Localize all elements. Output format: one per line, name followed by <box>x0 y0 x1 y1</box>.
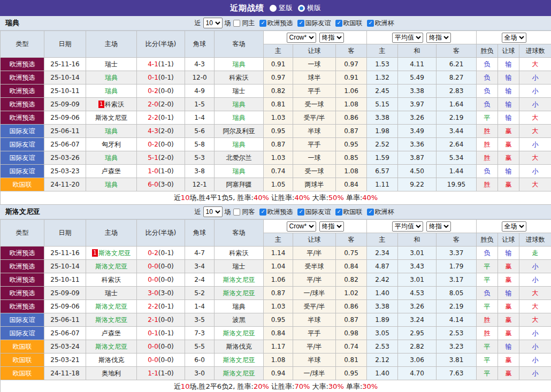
filterbar-slovenia: 斯洛文尼亚 近 10 场 同客 欧洲预选 国际友谊 欧国联 欧洲杯 <box>0 205 551 219</box>
score-cell: 4-1(1-1) <box>137 58 185 71</box>
match-row: 欧洲预选25-11-161斯洛文尼亚0-2(0-1)4-7科索沃1.14平/半0… <box>1 247 551 260</box>
comp-filter-friendly[interactable]: 国际友谊 <box>297 207 331 217</box>
comp-filter-euro-cup[interactable]: 欧洲杯 <box>367 207 394 217</box>
score-cell: 1-0(1-0) <box>137 165 185 178</box>
corner-cell: 4-7 <box>185 247 215 260</box>
average-odds-cell: 1.59 <box>367 151 398 165</box>
comp-filter-euro-cup[interactable]: 欧洲杯 <box>367 19 394 28</box>
checkbox-checked-icon[interactable] <box>297 209 304 216</box>
home-team-cell: 瑞典 <box>86 84 137 98</box>
handicap-odds-cell: 1.03 <box>264 111 293 125</box>
match-row: 欧洲预选25-09-09瑞士3-0(3-0)5-2斯洛文尼亚0.87一/球半1.… <box>1 287 551 300</box>
match-count-select[interactable]: 10 <box>203 206 223 217</box>
match-row: 欧国联24-11-18奥地利1-1(1-0)3-0斯洛文尼亚0.94一/球半0.… <box>1 367 551 380</box>
scope-select[interactable]: 全场 <box>502 221 526 232</box>
match-count-select[interactable]: 10 <box>203 18 223 28</box>
average-select[interactable]: 平均值 <box>392 33 423 43</box>
match-date-cell: 25-06-07 <box>44 327 86 340</box>
result-cell: 小 <box>519 273 551 287</box>
odds-company-select[interactable]: Crow* <box>287 221 316 232</box>
handicap-odds-cell: 0.91 <box>264 58 293 71</box>
final-odds-select[interactable]: 终指 <box>319 33 344 43</box>
match-row: 欧洲预选25-10-11瑞典0-2(0-0)4-9瑞士0.82平手1.062.4… <box>1 84 551 98</box>
result-cell: 负 <box>477 98 498 111</box>
checkbox-checked-icon[interactable] <box>259 20 266 27</box>
match-row: 欧洲预选25-10-14瑞典0-1(0-1)12-0科索沃0.97球半0.911… <box>1 71 551 84</box>
final-average-select[interactable]: 终指 <box>426 33 451 43</box>
competition-type-cell: 欧洲预选 <box>1 287 44 300</box>
result-cell: 负 <box>477 84 498 98</box>
average-odds-cell: 2.82 <box>398 340 437 353</box>
average-odds-cell: 3.43 <box>398 260 437 273</box>
match-row: 欧国联24-11-20瑞典6-0(3-0)12-1阿塞拜疆1.05两球半0.84… <box>1 178 551 191</box>
result-cell: 小 <box>519 367 551 380</box>
games-label: 场 <box>225 207 231 217</box>
result-cell: 大 <box>519 151 551 165</box>
average-odds-cell: 4.53 <box>398 287 437 300</box>
final-average-select[interactable]: 终指 <box>426 221 451 232</box>
average-odds-cell: 3.23 <box>437 340 477 353</box>
home-team-cell: 斯洛文尼亚 <box>86 111 137 125</box>
average-odds-cell: 3.97 <box>398 98 437 111</box>
competition-type-cell: 欧国联 <box>1 367 44 380</box>
average-odds-cell: 8.27 <box>437 71 477 84</box>
result-cell: 平 <box>477 340 498 353</box>
checkbox-checked-icon[interactable] <box>335 209 342 216</box>
result-cell: 输 <box>498 84 519 98</box>
checkbox-checked-icon[interactable] <box>297 20 304 27</box>
radio-horizontal[interactable]: 横版 <box>298 3 321 13</box>
match-date-cell: 25-10-14 <box>44 71 86 84</box>
comp-filter-friendly[interactable]: 国际友谊 <box>297 19 331 28</box>
comp-filter-nations-league[interactable]: 欧国联 <box>335 207 363 217</box>
comp-filter-euro-qual[interactable]: 欧洲预选 <box>259 207 293 217</box>
col-header-avg-draw: 和 <box>398 44 437 58</box>
handicap-odds-cell: 半球 <box>293 125 336 138</box>
average-odds-cell: 5.15 <box>367 98 398 111</box>
final-odds-select[interactable]: 终指 <box>319 221 344 232</box>
average-odds-cell: 4.87 <box>367 260 398 273</box>
filter-controls: 近 10 场 同客 欧洲预选 国际友谊 欧国联 欧洲杯 <box>157 206 394 217</box>
result-cell: 赢 <box>498 260 519 273</box>
result-cell: 赢 <box>498 327 519 340</box>
corner-cell: 5-8 <box>185 138 215 151</box>
result-cell: 输 <box>498 111 519 125</box>
comp-filter-euro-qual[interactable]: 欧洲预选 <box>259 19 293 28</box>
match-date-cell: 25-09-06 <box>44 300 86 313</box>
rank-badge: 1 <box>92 249 98 257</box>
average-odds-cell: 5.34 <box>437 151 477 165</box>
home-team-cell: 科索沃 <box>86 273 137 287</box>
match-row: 欧国联25-03-24斯洛文尼亚0-0(0-0)5-5斯洛伐克1.17平/半0.… <box>1 340 551 353</box>
results-table-slovenia: 类型 日期 主场 比分(半场) 角球 客场 Crow*终指 平均值终指 全场 主… <box>0 219 551 392</box>
home-team-cell: 卢森堡 <box>86 327 137 340</box>
checkbox-checked-icon[interactable] <box>367 20 374 27</box>
comp-filter-nations-league[interactable]: 欧国联 <box>335 19 363 28</box>
odds-company-select[interactable]: Crow* <box>287 33 316 43</box>
same-venue-label: 同客 <box>242 207 255 217</box>
competition-type-cell: 欧洲预选 <box>1 111 44 125</box>
corner-cell: 1-5 <box>185 98 215 111</box>
same-venue-checkbox[interactable] <box>233 20 240 27</box>
radio-vertical-icon[interactable] <box>270 5 277 12</box>
average-odds-cell: 8.05 <box>437 287 477 300</box>
checkbox-checked-icon[interactable] <box>259 209 266 216</box>
result-cell: 输 <box>498 247 519 260</box>
match-row: 欧洲预选25-10-11科索沃0-0(0-0)2-4斯洛文尼亚1.06平/半0.… <box>1 273 551 287</box>
home-team-cell: 匈牙利 <box>86 138 137 151</box>
result-cell: 平 <box>477 273 498 287</box>
rank-badge: 1 <box>98 101 104 108</box>
average-select[interactable]: 平均值 <box>392 221 423 232</box>
scope-select[interactable]: 全场 <box>502 33 526 43</box>
radio-vertical[interactable]: 竖版 <box>270 3 293 13</box>
same-venue-checkbox[interactable] <box>233 209 240 216</box>
radio-horizontal-icon[interactable] <box>298 5 305 12</box>
match-date-cell: 24-11-20 <box>44 178 86 191</box>
result-cell: 小 <box>519 327 551 340</box>
checkbox-checked-icon[interactable] <box>335 20 342 27</box>
checkbox-checked-icon[interactable] <box>367 209 374 216</box>
corner-cell: 7-3 <box>185 327 215 340</box>
match-date-cell: 25-06-11 <box>44 125 86 138</box>
results-table-sweden: 类型 日期 主场 比分(半场) 角球 客场 Crow*终指 平均值终指 全场 主… <box>0 30 551 205</box>
home-team-cell: 瑞士 <box>86 287 137 300</box>
score-cell: 0-1(0-1) <box>137 71 185 84</box>
handicap-odds-cell: 0.95 <box>336 138 367 151</box>
